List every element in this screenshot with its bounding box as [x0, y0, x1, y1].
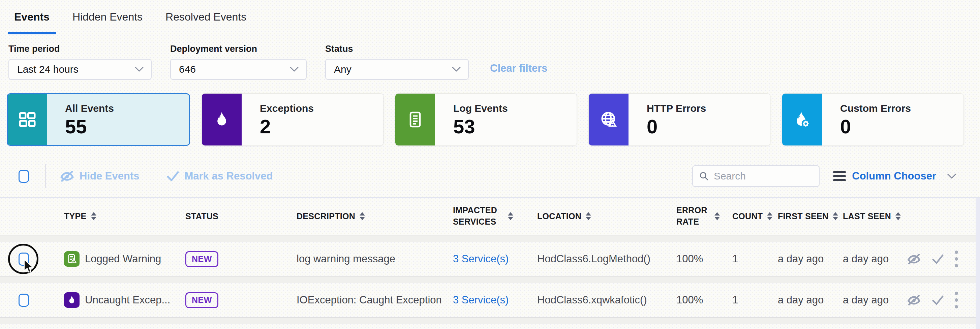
column-header-impacted-services[interactable]: IMPACTED SERVICES — [453, 205, 537, 228]
row-separator — [0, 235, 980, 242]
select-all-checkbox[interactable] — [19, 170, 29, 183]
eye-slash-icon — [59, 170, 75, 182]
card-body: HTTP Errors 0 — [628, 94, 706, 145]
row-menu-icon[interactable] — [955, 291, 958, 309]
search-input[interactable] — [714, 170, 813, 182]
hide-event-icon[interactable] — [907, 253, 921, 265]
column-header-count[interactable]: COUNT — [732, 211, 778, 221]
column-label: IMPACTED SERVICES — [453, 205, 503, 228]
status-select[interactable]: Any — [325, 59, 469, 80]
mark-as-resolved-button[interactable]: Mark as Resolved — [166, 170, 273, 182]
column-header-first-seen[interactable]: FIRST SEEN — [778, 211, 843, 221]
row-menu-icon[interactable] — [955, 250, 958, 268]
row-checkbox[interactable] — [19, 294, 29, 307]
card-http-errors[interactable]: HTTP Errors 0 — [589, 93, 770, 146]
grid-icon — [7, 94, 47, 145]
flame-gear-icon — [782, 94, 822, 145]
column-label: LOCATION — [537, 211, 581, 221]
card-label: All Events — [65, 103, 114, 114]
table-row[interactable]: Uncaught Excep... NEW IOException: Caugh… — [0, 283, 980, 317]
filters-bar: Time period Last 24 hours Deployment ver… — [0, 34, 980, 80]
column-label: FIRST SEEN — [778, 211, 828, 221]
card-body: Custom Errors 0 — [822, 94, 911, 145]
sort-icon[interactable] — [833, 212, 838, 220]
mark-as-resolved-label: Mark as Resolved — [185, 170, 273, 182]
table-header: TYPE STATUS DESCRIPTION IMPACTED SERVICE… — [0, 198, 980, 235]
card-label: Exceptions — [260, 103, 314, 114]
filter-status: Status Any — [325, 44, 469, 80]
first-seen-cell: a day ago — [778, 294, 843, 306]
card-exceptions[interactable]: Exceptions 2 — [202, 93, 383, 146]
sort-icon[interactable] — [767, 212, 772, 220]
search-box — [692, 165, 819, 187]
toolbar-divider — [45, 164, 46, 188]
column-label: LAST SEEN — [843, 211, 891, 221]
sort-icon[interactable] — [586, 212, 591, 220]
check-icon — [166, 170, 180, 182]
sort-icon[interactable] — [508, 212, 513, 220]
eye-slash-icon — [907, 253, 921, 265]
table-row[interactable]: Logged Warning NEW log warning message 3… — [0, 242, 980, 276]
event-type-cell: Logged Warning — [64, 251, 185, 267]
sort-icon[interactable] — [714, 212, 720, 220]
log-file-icon — [395, 94, 435, 145]
row-separator — [0, 276, 980, 283]
hide-events-button[interactable]: Hide Events — [59, 170, 139, 182]
deployment-version-label: Deployment version — [170, 44, 307, 54]
location-cell: HodClass6.LogMethod() — [537, 253, 676, 265]
first-seen-cell: a day ago — [778, 253, 843, 265]
column-header-error-rate[interactable]: ERROR RATE — [676, 205, 732, 228]
tab-bar: Events Hidden Events Resolved Events — [0, 0, 980, 34]
column-header-status[interactable]: STATUS — [185, 211, 297, 221]
event-type-cell: Uncaught Excep... — [64, 292, 185, 308]
sort-icon[interactable] — [896, 212, 901, 220]
card-body: All Events 55 — [47, 94, 114, 145]
chevron-down-icon — [947, 173, 956, 179]
resolve-event-icon[interactable] — [931, 295, 944, 305]
card-custom-errors[interactable]: Custom Errors 0 — [782, 93, 964, 146]
events-dashboard: Events Hidden Events Resolved Events Tim… — [0, 0, 980, 329]
column-header-last-seen[interactable]: LAST SEEN — [843, 211, 907, 221]
column-header-location[interactable]: LOCATION — [537, 211, 676, 221]
column-chooser-label: Column Chooser — [852, 170, 936, 182]
event-type-label: Uncaught Excep... — [85, 294, 170, 306]
hide-event-icon[interactable] — [907, 294, 921, 306]
column-chooser-button[interactable]: Column Chooser — [833, 170, 956, 182]
hamburger-icon — [833, 171, 846, 181]
chevron-down-icon — [135, 67, 143, 72]
column-label: COUNT — [732, 211, 763, 221]
deployment-version-select[interactable]: 646 — [170, 59, 307, 80]
status-value: Any — [334, 64, 352, 75]
check-icon — [931, 254, 944, 264]
tab-hidden-events[interactable]: Hidden Events — [66, 0, 149, 34]
card-label: HTTP Errors — [647, 103, 706, 114]
sort-icon[interactable] — [360, 212, 365, 220]
services-link[interactable]: 3 Service(s) — [453, 294, 509, 306]
check-icon — [931, 295, 944, 305]
clear-filters-button[interactable]: Clear filters — [490, 62, 547, 75]
card-count: 53 — [453, 117, 508, 137]
card-body: Exceptions 2 — [242, 94, 314, 145]
tab-events[interactable]: Events — [8, 0, 56, 34]
sort-icon[interactable] — [91, 212, 96, 220]
time-period-label: Time period — [8, 44, 152, 54]
column-header-type[interactable]: TYPE — [64, 211, 185, 221]
column-label: ERROR RATE — [676, 205, 710, 228]
tab-resolved-events[interactable]: Resolved Events — [159, 0, 253, 34]
card-log-events[interactable]: Log Events 53 — [395, 93, 577, 146]
status-cell: NEW — [185, 251, 297, 267]
time-period-select[interactable]: Last 24 hours — [8, 59, 152, 80]
column-header-description[interactable]: DESCRIPTION — [297, 211, 453, 221]
card-count: 55 — [65, 117, 114, 137]
kebab-icon — [955, 291, 958, 309]
chevron-down-icon — [290, 67, 299, 72]
resolve-event-icon[interactable] — [931, 254, 944, 264]
row-actions — [907, 291, 980, 309]
row-checkbox[interactable] — [19, 253, 29, 266]
count-cell: 1 — [732, 253, 778, 265]
card-all-events[interactable]: All Events 55 — [7, 93, 190, 146]
card-label: Custom Errors — [840, 103, 911, 114]
row-separator — [0, 317, 980, 324]
vertical-scrollbar[interactable] — [975, 198, 980, 329]
services-link[interactable]: 3 Service(s) — [453, 253, 509, 265]
